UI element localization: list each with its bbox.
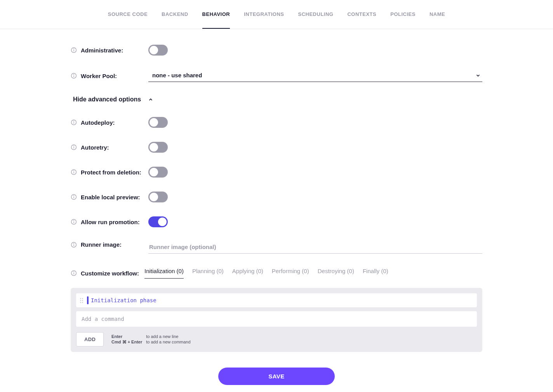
svg-point-2 [74,49,74,49]
phase-title: Initialization phase [91,297,157,303]
setting-runner-image: Runner image: [71,241,482,254]
tab-contexts[interactable]: CONTEXTS [347,0,376,29]
add-button[interactable]: ADD [76,332,104,347]
tab-integrations[interactable]: INTEGRATIONS [244,0,284,29]
tab-source-code[interactable]: SOURCE CODE [108,0,148,29]
tab-name[interactable]: NAME [430,0,445,29]
workflow-tab-planning[interactable]: Planning (0) [192,268,224,279]
hint-enter-key: Enter [111,334,142,339]
autoretry-label: Autoretry: [81,144,109,151]
advanced-options-toggle[interactable]: Hide advanced options [73,96,482,103]
info-icon[interactable] [71,144,77,150]
top-tabs: SOURCE CODE BACKEND BEHAVIOR INTEGRATION… [0,0,553,29]
workflow-tab-performing[interactable]: Performing (0) [272,268,309,279]
info-icon[interactable] [71,219,77,225]
svg-point-5 [74,74,74,75]
workflow-tab-applying[interactable]: Applying (0) [232,268,263,279]
tab-behavior[interactable]: BEHAVIOR [202,0,230,29]
svg-point-20 [74,220,74,221]
setting-protect-deletion: Protect from deletion: [71,167,482,178]
local-preview-label: Enable local preview: [81,194,140,200]
info-icon[interactable] [71,194,77,200]
worker-pool-label: Worker Pool: [81,73,117,79]
run-promotion-toggle[interactable] [148,216,168,227]
setting-worker-pool: Worker Pool: none - use shared [71,70,482,82]
workflow-tab-destroying[interactable]: Destroying (0) [318,268,354,279]
info-icon[interactable] [71,119,77,125]
info-icon[interactable] [71,242,77,248]
svg-point-23 [74,243,74,244]
workflow-command-panel: Initialization phase ADD Enter to add a … [71,288,482,352]
phase-indicator [87,296,89,304]
tab-scheduling[interactable]: SCHEDULING [298,0,334,29]
info-icon[interactable] [71,169,77,175]
hint-cmd-key: Cmd ⌘ + Enter [111,340,142,345]
setting-autoretry: Autoretry: [71,142,482,153]
setting-local-preview: Enable local preview: [71,192,482,202]
hint-cmd-text: to add a new command [146,340,190,345]
workflow-tab-initialization[interactable]: Initialization (0) [144,268,184,279]
save-row: SAVE [71,368,482,385]
tab-policies[interactable]: POLICIES [390,0,416,29]
customize-workflow: Customize workflow: Initialization (0) P… [71,268,482,279]
info-icon[interactable] [71,73,77,79]
info-icon[interactable] [71,270,77,276]
svg-point-14 [74,171,74,171]
workflow-tab-finally[interactable]: Finally (0) [363,268,388,279]
administrative-label: Administrative: [81,47,123,54]
protect-deletion-toggle[interactable] [148,167,168,178]
runner-image-label: Runner image: [81,241,122,248]
protect-deletion-label: Protect from deletion: [81,169,141,176]
administrative-toggle[interactable] [148,45,168,56]
drag-handle-icon[interactable] [80,297,85,303]
workflow-tabs: Initialization (0) Planning (0) Applying… [144,268,388,279]
setting-autodeploy: Autodeploy: [71,117,482,128]
behavior-settings: Administrative: Worker Pool: none - use … [63,29,490,392]
svg-point-11 [74,146,74,146]
svg-point-8 [74,121,74,121]
tab-backend[interactable]: BACKEND [162,0,188,29]
runner-image-input[interactable] [148,241,482,254]
chevron-up-icon [148,97,153,102]
local-preview-toggle[interactable] [148,192,168,202]
command-footer: ADD Enter to add a new line Cmd ⌘ + Ente… [76,332,477,347]
autodeploy-toggle[interactable] [148,117,168,128]
svg-point-17 [74,195,74,196]
chevron-down-icon [475,73,481,78]
svg-point-26 [74,272,74,272]
setting-run-promotion: Allow run promotion: [71,216,482,227]
autodeploy-label: Autodeploy: [81,119,115,126]
run-promotion-label: Allow run promotion: [81,219,140,225]
autoretry-toggle[interactable] [148,142,168,153]
command-input[interactable] [76,311,477,327]
info-icon[interactable] [71,47,77,53]
phase-header: Initialization phase [76,293,477,307]
advanced-options-label: Hide advanced options [73,96,141,103]
customize-workflow-label: Customize workflow: [81,270,139,277]
keyboard-hints: Enter to add a new line Cmd ⌘ + Enter to… [111,334,191,345]
worker-pool-value: none - use shared [152,72,202,78]
save-button[interactable]: SAVE [218,368,335,385]
worker-pool-select[interactable]: none - use shared [148,70,482,82]
hint-enter-text: to add a new line [146,334,190,339]
setting-administrative: Administrative: [71,45,482,56]
